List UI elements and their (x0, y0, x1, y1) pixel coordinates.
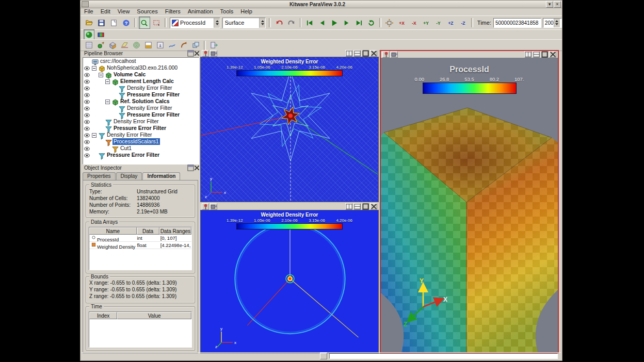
close-view-button[interactable] (370, 50, 377, 57)
combo-spin-buttons[interactable] (259, 18, 265, 28)
pipeline-item[interactable]: Pressure Error Filter (83, 152, 199, 158)
pipeline-item-label[interactable]: ProcessIdScalars1 (112, 138, 160, 145)
close-panel-button[interactable] (194, 51, 200, 56)
threshold-filter-button[interactable] (143, 40, 154, 51)
pipeline-item[interactable]: Pressure Error Filter (83, 125, 199, 131)
close-panel-button[interactable] (194, 165, 200, 171)
save-data-button[interactable] (96, 17, 107, 29)
clip-filter-button[interactable] (107, 40, 118, 51)
first-frame-button[interactable] (304, 17, 315, 29)
next-frame-button[interactable] (341, 17, 352, 29)
pipeline-item-label[interactable]: Density Error Filter (126, 105, 173, 111)
pipeline-item[interactable]: Density Error Filter (83, 105, 199, 111)
column-header[interactable]: Data Type (137, 227, 159, 235)
toggle-color-legend-button[interactable] (84, 29, 94, 40)
pipeline-item-label[interactable]: Cut1 (119, 145, 133, 152)
close-view-button[interactable] (549, 51, 556, 58)
adjust-camera-button[interactable] (391, 51, 398, 58)
close-window-button[interactable]: × (554, 1, 561, 8)
menu-tools[interactable]: Tools (217, 8, 237, 15)
split-view-vertical-button[interactable] (533, 51, 540, 58)
glyph-filter-button[interactable] (95, 40, 106, 51)
frame-spinbox[interactable]: 200 (543, 18, 562, 28)
pipeline-item-label[interactable]: NohSpherical3D.exo.216.000 (106, 64, 179, 71)
menu-view[interactable]: View (114, 8, 134, 15)
split-view-horizontal-button[interactable] (524, 51, 532, 58)
tab-properties[interactable]: Properties (83, 172, 116, 180)
render-view-bottom-left[interactable]: Weighted Density Error 1.39e-121.05e-062… (200, 203, 379, 353)
slice-filter-button[interactable] (119, 40, 130, 51)
set-view-plus-x-button[interactable]: +X (396, 17, 408, 29)
pipeline-item[interactable]: Density Error Filter (83, 118, 199, 125)
stream-tracer-filter-button[interactable] (167, 40, 178, 51)
open-file-button[interactable] (84, 17, 95, 29)
pipeline-item-label[interactable]: Pressure Error Filter (112, 125, 167, 131)
window-menu-button[interactable] (82, 1, 89, 7)
tab-display[interactable]: Display (116, 172, 142, 180)
adjust-camera-button[interactable] (210, 50, 217, 57)
pipeline-item-label[interactable]: Pressure Error Filter (106, 152, 160, 158)
set-view-minus-y-button[interactable]: -Y (433, 17, 444, 29)
abort-progress-button[interactable] (320, 353, 327, 359)
save-screenshot-button[interactable] (108, 17, 120, 29)
column-header[interactable]: Index (89, 312, 117, 319)
shade-window-button[interactable]: ▾ (546, 1, 553, 8)
maximize-view-button[interactable] (362, 203, 369, 210)
lookmark-button[interactable] (382, 51, 390, 58)
lookmark-button[interactable] (202, 50, 209, 57)
data-array-row[interactable]: Weighted Density Errorfloat[4.22498e-14,… (89, 242, 191, 249)
pipeline-item-label[interactable]: Density Error Filter (126, 85, 173, 91)
split-view-horizontal-button[interactable] (345, 203, 352, 210)
column-header[interactable]: Value (117, 312, 191, 319)
pipeline-item-label[interactable]: Volume Calc (112, 71, 147, 78)
pipeline-item[interactable]: Element Length Calc (83, 78, 199, 85)
tab-information[interactable]: Information (142, 172, 180, 180)
spreadsheet-view-button[interactable] (84, 40, 94, 51)
pipeline-item[interactable]: ProcessIdScalars1 (83, 138, 199, 145)
loop-button[interactable] (365, 17, 377, 29)
last-frame-button[interactable] (353, 17, 364, 29)
render-area-density-error-mesh[interactable]: Weighted Density Error 1.39e-121.05e-062… (200, 57, 379, 202)
split-view-vertical-button[interactable] (353, 50, 361, 57)
split-view-vertical-button[interactable] (353, 203, 361, 210)
render-area-processid-cube[interactable]: ProcessId 0.0026.853.580.2107. Y X Z (381, 58, 558, 352)
previous-frame-button[interactable] (316, 17, 328, 29)
set-view-plus-z-button[interactable]: +Z (445, 17, 457, 29)
spinbox-buttons[interactable] (554, 19, 560, 27)
titlebar[interactable]: Kitware ParaView 3.0.2 ▾ × (81, 1, 562, 8)
close-view-button[interactable] (370, 203, 377, 210)
menu-filters[interactable]: Filters (162, 8, 184, 15)
menu-animation[interactable]: Animation (184, 8, 217, 15)
help-button[interactable]: ? (120, 17, 132, 29)
render-area-density-error-slice[interactable]: Weighted Density Error 1.39e-121.05e-062… (200, 210, 379, 353)
pipeline-item[interactable]: Density Error Filter (83, 85, 199, 91)
pipeline-item[interactable]: Ref. Solution Calcs (83, 98, 199, 105)
redo-button[interactable] (286, 17, 297, 29)
pipeline-item-label[interactable]: Pressure Error Filter (126, 91, 181, 98)
adjust-camera-button[interactable] (210, 203, 217, 210)
group-datasets-filter-button[interactable] (190, 40, 201, 51)
visibility-eye-icon[interactable] (84, 153, 90, 159)
pipeline-browser-tree[interactable]: csrc://localhostNohSpherical3D.exo.216.0… (83, 57, 199, 164)
combo-spin-buttons[interactable] (214, 18, 220, 28)
pipeline-item-label[interactable]: csrc://localhost (99, 58, 137, 64)
menu-edit[interactable]: Edit (97, 8, 114, 15)
play-button[interactable] (329, 17, 340, 29)
edit-color-map-button[interactable] (95, 29, 106, 40)
menu-sources[interactable]: Sources (133, 8, 161, 15)
pipeline-item[interactable]: Pressure Error Filter (83, 91, 199, 98)
representation-combo[interactable]: Surface (222, 18, 266, 28)
menu-help[interactable]: Help (237, 8, 256, 15)
render-view-right-active[interactable]: ProcessId 0.0026.853.580.2107. Y X Z (380, 50, 559, 353)
pipeline-item[interactable]: csrc://localhost (83, 58, 199, 64)
pipeline-item-label[interactable]: Ref. Solution Calcs (119, 98, 171, 105)
rubber-band-select-button[interactable] (151, 17, 163, 29)
pipeline-item[interactable]: Volume Calc (83, 71, 199, 78)
reset-camera-button[interactable] (384, 17, 395, 29)
set-view-minus-z-button[interactable]: -Z (457, 17, 469, 29)
column-header[interactable]: Data Ranges (159, 227, 191, 235)
pipeline-item[interactable]: Cut1 (83, 145, 199, 152)
pipeline-item-label[interactable]: Pressure Error Filter (126, 111, 181, 118)
lookmark-button[interactable] (202, 203, 209, 210)
zoom-select-button[interactable] (139, 17, 150, 29)
